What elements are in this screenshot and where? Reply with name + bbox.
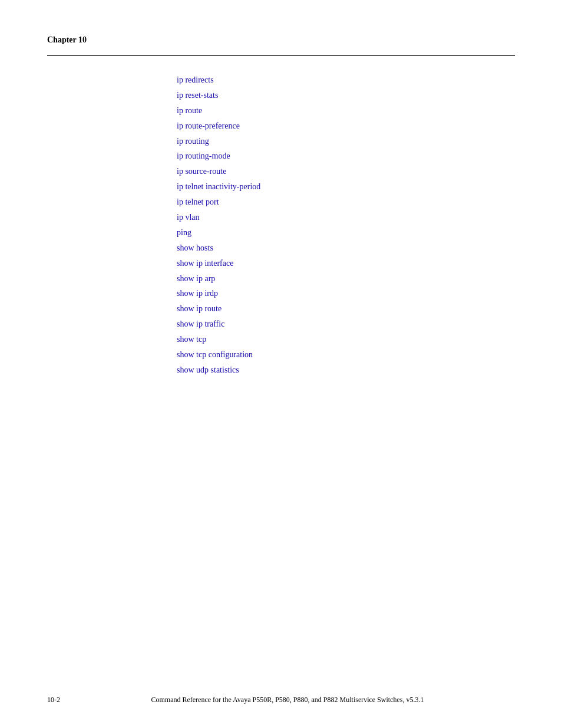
link-show-ip-traffic[interactable]: show ip traffic <box>177 317 515 332</box>
page-footer: 10-2 Command Reference for the Avaya P55… <box>47 696 515 704</box>
link-ping[interactable]: ping <box>177 225 515 241</box>
divider <box>47 55 515 56</box>
page-number: 10-2 <box>47 696 60 704</box>
link-ip-reset-stats[interactable]: ip reset-stats <box>177 88 515 103</box>
link-show-hosts[interactable]: show hosts <box>177 241 515 256</box>
link-ip-route[interactable]: ip route <box>177 103 515 118</box>
link-ip-route-preference[interactable]: ip route-preference <box>177 118 515 134</box>
link-show-tcp-configuration[interactable]: show tcp configuration <box>177 347 515 363</box>
link-ip-telnet-inactivity-period[interactable]: ip telnet inactivity-period <box>177 179 515 195</box>
link-ip-source-route[interactable]: ip source-route <box>177 164 515 179</box>
link-show-udp-statistics[interactable]: show udp statistics <box>177 363 515 378</box>
link-ip-telnet-port[interactable]: ip telnet port <box>177 195 515 210</box>
link-show-ip-interface[interactable]: show ip interface <box>177 256 515 271</box>
footer-description: Command Reference for the Avaya P550R, P… <box>60 696 515 704</box>
link-show-tcp[interactable]: show tcp <box>177 332 515 347</box>
link-list: ip redirectsip reset-statsip routeip rou… <box>177 73 515 378</box>
page-container: Chapter 10 ip redirectsip reset-statsip … <box>0 0 562 728</box>
link-show-ip-irdp[interactable]: show ip irdp <box>177 286 515 301</box>
link-ip-routing-mode[interactable]: ip routing-mode <box>177 149 515 164</box>
link-ip-vlan[interactable]: ip vlan <box>177 210 515 225</box>
link-ip-routing[interactable]: ip routing <box>177 134 515 149</box>
chapter-heading: Chapter 10 <box>47 35 515 45</box>
link-ip-redirects[interactable]: ip redirects <box>177 73 515 88</box>
link-show-ip-route[interactable]: show ip route <box>177 301 515 317</box>
link-show-ip-arp[interactable]: show ip arp <box>177 271 515 286</box>
